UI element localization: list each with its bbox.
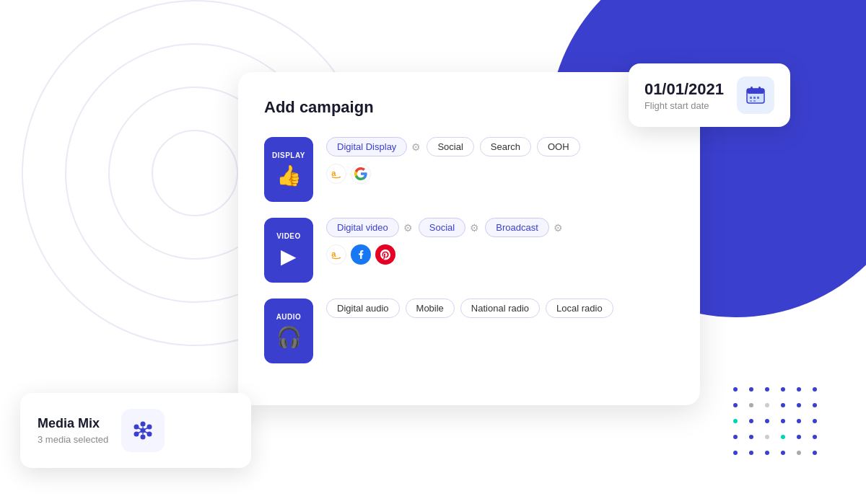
- dot-0: [733, 387, 738, 392]
- svg-line-20: [139, 428, 141, 430]
- dot-17: [813, 419, 817, 423]
- media-mix-icon[interactable]: [121, 409, 165, 452]
- dot-4: [797, 387, 801, 392]
- video-tags-row: Digital video ⚙ Social ⚙ Broadcast ⚙: [326, 218, 674, 237]
- flight-date-label: Flight start date: [644, 100, 724, 111]
- media-mix-card: Media Mix 3 media selected: [20, 393, 251, 468]
- display-badge: DISPLAY 👍: [264, 137, 313, 202]
- national-radio-tag[interactable]: National radio: [460, 299, 540, 318]
- dot-11: [813, 403, 817, 407]
- broadcast-gear-icon[interactable]: ⚙: [554, 222, 563, 234]
- dot-19: [749, 435, 753, 439]
- svg-line-21: [145, 428, 148, 430]
- dot-14: [765, 419, 769, 423]
- video-gear-icon[interactable]: ⚙: [403, 222, 413, 234]
- svg-rect-2: [751, 87, 753, 91]
- media-mix-subtitle: 3 media selected: [38, 434, 108, 445]
- flight-date-info: 01/01/2021 Flight start date: [644, 80, 724, 111]
- svg-point-11: [141, 428, 146, 433]
- video-row: VIDEO ▶ Digital video ⚙ Social ⚙ Broadca…: [264, 218, 674, 283]
- dot-26: [765, 451, 769, 455]
- display-tags-row: Digital Display ⚙ Social Search OOH: [326, 137, 674, 156]
- facebook-logo: [351, 244, 371, 265]
- broadcast-tag[interactable]: Broadcast: [485, 218, 549, 237]
- dot-12: [733, 419, 738, 423]
- svg-point-14: [134, 425, 139, 430]
- social-tag-display[interactable]: Social: [427, 137, 473, 156]
- svg-point-12: [141, 422, 146, 427]
- flight-date-number: 01/01/2021: [644, 80, 724, 99]
- svg-point-15: [147, 425, 152, 430]
- media-mix-info: Media Mix 3 media selected: [38, 416, 108, 445]
- video-icon: ▶: [281, 244, 297, 268]
- display-icon: 👍: [276, 164, 302, 187]
- mobile-tag[interactable]: Mobile: [406, 299, 455, 318]
- video-tags-area: Digital video ⚙ Social ⚙ Broadcast ⚙ a: [326, 218, 674, 265]
- svg-line-22: [139, 432, 141, 433]
- google-logo-display: [351, 164, 371, 184]
- search-tag[interactable]: Search: [480, 137, 531, 156]
- dot-28: [797, 451, 801, 455]
- local-radio-tag[interactable]: Local radio: [546, 299, 613, 318]
- digital-audio-tag[interactable]: Digital audio: [326, 299, 400, 318]
- dot-6: [733, 403, 738, 407]
- display-tags-area: Digital Display ⚙ Social Search OOH a: [326, 137, 674, 184]
- audio-badge: AUDIO 🎧: [264, 299, 313, 363]
- amazon-logo-display: a: [326, 164, 346, 184]
- display-row: DISPLAY 👍 Digital Display ⚙ Social Searc…: [264, 137, 674, 202]
- svg-rect-3: [758, 87, 761, 91]
- dot-10: [797, 403, 801, 407]
- video-label: VIDEO: [276, 232, 301, 240]
- dot-1: [749, 387, 753, 392]
- display-gear-icon[interactable]: ⚙: [411, 141, 421, 153]
- display-label: DISPLAY: [272, 151, 305, 159]
- dot-15: [781, 419, 785, 423]
- dot-22: [797, 435, 801, 439]
- video-badge: VIDEO ▶: [264, 218, 313, 283]
- audio-label: AUDIO: [276, 313, 302, 321]
- dot-2: [765, 387, 769, 392]
- page-title: Add campaign: [264, 98, 674, 117]
- dot-5: [813, 387, 817, 392]
- dot-20: [765, 435, 769, 439]
- dot-21: [781, 435, 785, 439]
- dots-grid: [733, 387, 823, 461]
- svg-point-16: [134, 432, 139, 437]
- svg-rect-6: [757, 97, 759, 99]
- svg-rect-7: [750, 100, 752, 102]
- dot-13: [749, 419, 753, 423]
- media-mix-title: Media Mix: [38, 416, 108, 431]
- digital-video-group: Digital video ⚙: [326, 218, 413, 237]
- dot-25: [749, 451, 753, 455]
- digital-video-tag[interactable]: Digital video: [326, 218, 399, 237]
- social-gear-icon[interactable]: ⚙: [470, 222, 479, 234]
- svg-rect-8: [753, 100, 756, 102]
- dot-16: [797, 419, 801, 423]
- dot-24: [733, 451, 738, 455]
- svg-rect-1: [747, 89, 764, 94]
- broadcast-group: Broadcast ⚙: [485, 218, 563, 237]
- svg-text:a: a: [331, 249, 336, 258]
- dot-27: [781, 451, 785, 455]
- audio-tags-area: Digital audio Mobile National radio Loca…: [326, 299, 674, 318]
- social-video-group: Social ⚙: [419, 218, 479, 237]
- pinterest-logo: [375, 244, 395, 265]
- social-tag-video[interactable]: Social: [419, 218, 465, 237]
- calendar-icon[interactable]: [737, 76, 774, 114]
- audio-icon: 🎧: [276, 325, 302, 349]
- dot-8: [765, 403, 769, 407]
- digital-display-tag[interactable]: Digital Display: [326, 137, 407, 156]
- ooh-tag[interactable]: OOH: [537, 137, 580, 156]
- svg-rect-4: [750, 97, 752, 99]
- dot-18: [733, 435, 738, 439]
- flight-date-card: 01/01/2021 Flight start date: [629, 63, 790, 127]
- dot-23: [813, 435, 817, 439]
- svg-point-17: [147, 432, 152, 437]
- display-logos-row: a: [326, 164, 674, 184]
- amazon-logo-video: a: [326, 244, 346, 265]
- svg-rect-5: [753, 97, 756, 99]
- audio-tags-row: Digital audio Mobile National radio Loca…: [326, 299, 674, 318]
- dot-3: [781, 387, 785, 392]
- svg-text:a: a: [331, 169, 336, 177]
- digital-display-group: Digital Display ⚙: [326, 137, 421, 156]
